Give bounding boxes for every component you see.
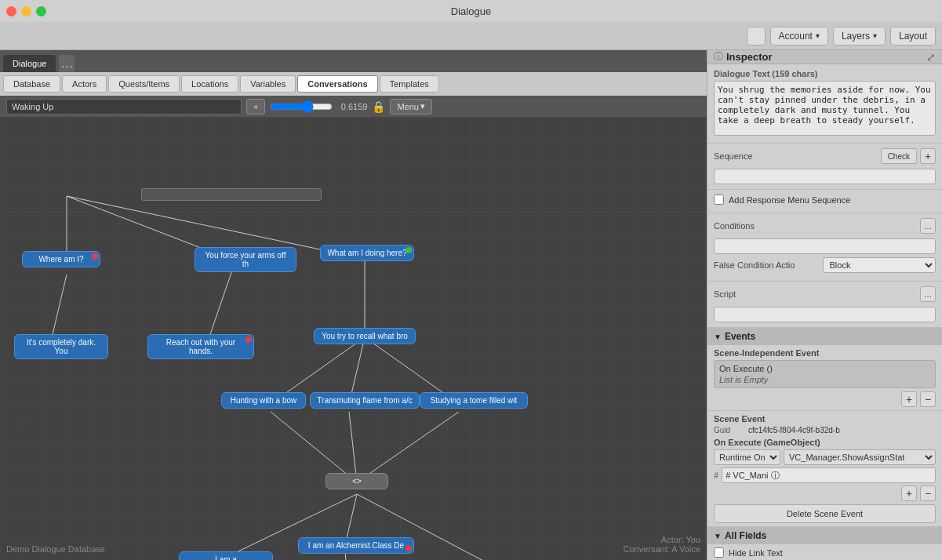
on-execute-go-label: On Execute (GameObject) [714, 438, 936, 447]
inspector-header: ⓘ Inspector ⤢ [707, 50, 942, 64]
svg-line-10 [349, 412, 357, 482]
account-button[interactable]: Account ▾ [770, 27, 828, 45]
script-input[interactable] [714, 307, 936, 322]
add-node-button[interactable]: + [246, 99, 265, 115]
false-condition-select[interactable]: Block [823, 257, 937, 273]
lock-icon[interactable]: 🔒 [372, 100, 385, 113]
start-node[interactable] [141, 188, 322, 201]
title-bar: Dialogue [0, 0, 942, 22]
node-alchemist[interactable]: I am an Alchemist.Class De [298, 537, 414, 554]
menu-button[interactable]: Menu ▾ [390, 99, 432, 115]
layers-button[interactable]: Layers ▾ [833, 27, 886, 45]
tab-actors[interactable]: Actors [62, 75, 107, 93]
svg-line-9 [271, 412, 357, 482]
tab-conversations[interactable]: Conversations [297, 75, 377, 93]
add-execute-button[interactable]: + [901, 391, 917, 407]
cloud-button[interactable]: ☁ [747, 27, 766, 45]
node-dot-red [92, 253, 98, 260]
script-label: Script [714, 289, 917, 299]
inspector-expand-icon[interactable]: ⤢ [926, 51, 936, 64]
conversation-select[interactable]: Waking Up [6, 99, 242, 115]
events-header[interactable]: ▼ Events [707, 328, 942, 345]
layout-button[interactable]: Layout [890, 27, 936, 45]
all-fields-section: Hide Link Text [707, 544, 942, 560]
hide-link-checkbox[interactable] [714, 547, 724, 558]
conditions-input[interactable] [714, 238, 936, 254]
sequence-input[interactable] [714, 169, 936, 184]
false-condition-label: False Condition Actio [714, 260, 820, 270]
add-response-checkbox[interactable] [714, 195, 724, 205]
triangle-icon: ▼ [714, 532, 722, 540]
conditions-more-button[interactable]: … [920, 218, 936, 234]
node-what-am-i-doing[interactable]: What am I doing here? [320, 245, 414, 261]
add-scene-event-button[interactable]: + [901, 485, 917, 501]
node-reach-out[interactable]: Reach out with your hands. [147, 334, 254, 359]
dialogue-canvas[interactable]: Where am I? You force your arms off th W… [0, 118, 707, 560]
cloud-icon: ☁ [751, 31, 761, 42]
node-force-arms[interactable]: You force your arms off th [195, 247, 296, 272]
layout-label: Layout [899, 31, 927, 42]
node-marksman[interactable]: I am a Marksman.Details [179, 551, 273, 560]
svg-line-11 [357, 412, 459, 482]
runtime-select[interactable]: Runtime On [714, 449, 780, 465]
tab-templates[interactable]: Templates [380, 75, 439, 93]
sub-nav: Database Actors Quests/Items Locations V… [0, 72, 707, 96]
conditions-row: Conditions … [714, 218, 936, 234]
node-where-am-i[interactable]: Where am I? [22, 251, 100, 267]
inspector-info-icon[interactable]: ⓘ [714, 50, 723, 64]
scene-event-label: Scene Event [714, 414, 936, 424]
guid-label: Guid [714, 426, 745, 435]
add-response-check: Add Response Menu Sequence [714, 195, 936, 205]
top-bar: ☁ Account ▾ Layers ▾ Layout [0, 22, 942, 50]
window-title: Dialogue [451, 5, 491, 17]
node-transmuting[interactable]: Transmuting flame from a/c [310, 392, 420, 409]
sequence-section: Sequence Check + [707, 144, 942, 190]
maximize-button[interactable] [36, 6, 46, 16]
layers-label: Layers [842, 31, 870, 42]
check-button[interactable]: Check [881, 148, 917, 164]
dialogue-tab-bar: Dialogue … [0, 50, 707, 72]
close-button[interactable] [6, 6, 16, 16]
false-condition-row: False Condition Actio Block [714, 257, 936, 273]
vc-manager-select[interactable]: VC_Manager.ShowAssignStat [784, 449, 936, 465]
on-execute-box: On Execute () List is Empty [714, 360, 936, 388]
zoom-slider[interactable] [270, 100, 333, 113]
scene-add-remove-row: + − [714, 485, 936, 501]
node-completely-dark[interactable]: It's completely dark. You [14, 334, 108, 359]
dialogue-tab[interactable]: Dialogue [3, 55, 56, 72]
tab-variables[interactable]: Variables [240, 75, 296, 93]
tab-database[interactable]: Database [3, 75, 60, 93]
sequence-add-button[interactable]: + [920, 148, 936, 164]
svg-line-3 [51, 275, 67, 341]
dialogue-panel: Dialogue … Database Actors Quests/Items … [0, 50, 707, 560]
minimize-button[interactable] [21, 6, 31, 16]
node-try-recall[interactable]: You try to recall what bro [314, 328, 416, 344]
dialogue-tab-label: Dialogue [13, 59, 46, 68]
vc-manager-row: # # VC_Mani ⓘ [714, 467, 936, 483]
scene-independent-section: Scene-Independent Event On Execute () Li… [707, 345, 942, 411]
gear-icon[interactable]: # [714, 471, 718, 480]
sequence-row: Sequence Check + [714, 148, 936, 164]
node-studying[interactable]: Studying a tome filled wit [420, 392, 528, 409]
main-layout: Dialogue … Database Actors Quests/Items … [0, 50, 942, 560]
node-diamond[interactable]: <> [326, 473, 388, 489]
runtime-row: Runtime On VC_Manager.ShowAssignStat [714, 449, 936, 465]
all-fields-header[interactable]: ▼ All Fields [707, 527, 942, 544]
script-more-button[interactable]: … [920, 286, 936, 302]
sequence-label: Sequence [714, 151, 878, 161]
remove-execute-button[interactable]: − [920, 391, 936, 407]
dialogue-text-section: Dialogue Text (159 chars) You shrug the … [707, 64, 942, 144]
dialogue-text-label: Dialogue Text (159 chars) [714, 69, 936, 78]
more-tabs-button[interactable]: … [59, 55, 75, 72]
chevron-down-icon: ▾ [816, 31, 820, 40]
on-execute-title: On Execute () [719, 364, 930, 373]
delete-scene-event-button[interactable]: Delete Scene Event [714, 504, 936, 523]
remove-scene-event-button[interactable]: − [920, 485, 936, 501]
node-hunting[interactable]: Hunting with a bow [221, 392, 306, 409]
dialogue-text-input[interactable]: You shrug the memories aside for now. Yo… [714, 81, 936, 136]
tab-locations[interactable]: Locations [181, 75, 238, 93]
tab-quests-items[interactable]: Quests/Items [108, 75, 180, 93]
list-is-empty: List is Empty [719, 375, 930, 384]
script-row: Script … [714, 286, 936, 302]
vc-manager-field[interactable]: # VC_Mani ⓘ [722, 467, 936, 483]
